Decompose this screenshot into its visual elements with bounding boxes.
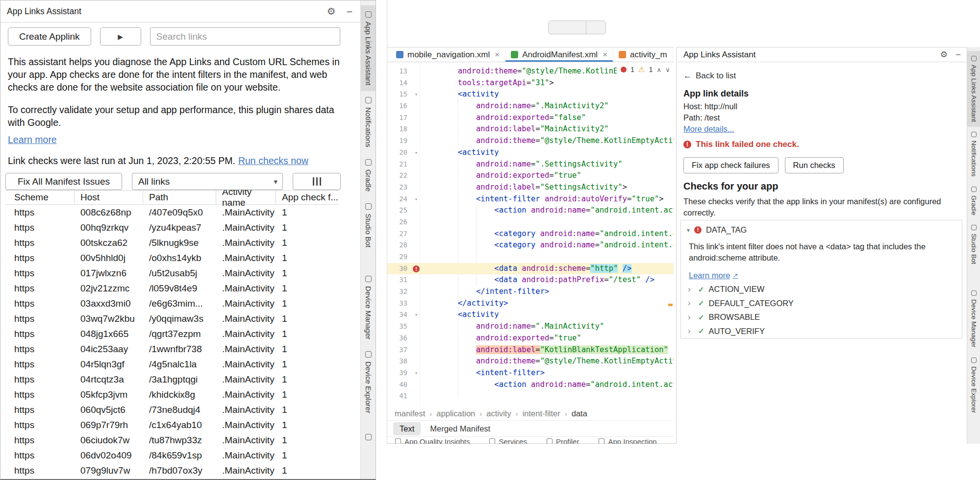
tool-strip-tab-notifications[interactable]: Notifications xyxy=(361,91,376,153)
column-header-host[interactable]: Host xyxy=(75,191,143,204)
table-row[interactable]: https06dv02o409/84k659v1sp.MainActivity1 xyxy=(5,448,339,463)
gear-icon[interactable]: ⚙ xyxy=(327,5,336,17)
fold-icon[interactable]: ▾ xyxy=(411,367,421,379)
code-line[interactable]: 31 <data android:pathPrefix="/test" /> xyxy=(387,274,674,286)
column-header-path[interactable]: Path xyxy=(143,191,216,204)
tool-strip-tab-device-manager[interactable]: Device Manager xyxy=(967,286,980,352)
tool-strip-tab-gradle[interactable]: Gradle xyxy=(967,182,980,220)
run-checks-now-link[interactable]: Run checks now xyxy=(238,155,308,166)
table-row[interactable]: https06ciudok7w/tu87hwp33z.MainActivity1 xyxy=(5,432,339,448)
learn-more-link[interactable]: Learn more xyxy=(8,134,57,145)
code-line[interactable]: 29 xyxy=(387,251,674,263)
code-line[interactable]: 41 xyxy=(387,390,674,402)
tool-strip-tab-notifications[interactable]: Notifications xyxy=(967,127,980,182)
code-line[interactable]: 40 <action android:name="android.intent.… xyxy=(387,379,674,391)
table-row[interactable]: https060qv5jct6/73ne8udqj4.MainActivity1 xyxy=(5,402,339,417)
code-line[interactable]: 23 android:label="SettingsActivity"> xyxy=(387,182,674,193)
breadcrumb-item[interactable]: intent-filter xyxy=(523,409,560,418)
code-line[interactable]: 27 <category android:name="android.inten… xyxy=(387,228,674,240)
back-to-list-link[interactable]: ← Back to list xyxy=(683,71,736,81)
column-settings-button[interactable] xyxy=(293,173,341,190)
tool-strip-tab-device-manager[interactable]: Device Manager xyxy=(361,270,376,345)
view-tab-text[interactable]: Text xyxy=(393,422,421,435)
editor-tab[interactable]: activity_m xyxy=(613,48,673,62)
table-row[interactable]: https03wq7w2kbu/y0qqimaw3s.MainActivity1 xyxy=(5,311,339,326)
fold-icon[interactable]: ▾ xyxy=(411,147,421,159)
fix-all-manifest-issues-button[interactable]: Fix All Manifest Issues xyxy=(5,173,122,190)
learn-more-link[interactable]: Learn more ↗ xyxy=(689,271,738,280)
code-line[interactable]: 35 android:name=".MainActivity" xyxy=(387,321,674,333)
code-line[interactable]: 34▾ <activity xyxy=(387,309,674,321)
fix-app-check-failures-button[interactable]: Fix app check failures xyxy=(683,157,779,173)
table-row[interactable]: https02jv21zzmc/l059v8t4e9.MainActivity1 xyxy=(5,281,339,296)
editor-tab[interactable]: mobile_navigation.xml× xyxy=(391,48,505,62)
tool-strip-tab-studio-bot[interactable]: Studio Bot xyxy=(361,197,376,253)
table-row[interactable]: https008c6z68np/407e09q5x0.MainActivity1 xyxy=(5,205,339,220)
code-line[interactable]: 33 </activity> xyxy=(387,298,674,310)
tool-strip-tab-studio-bot[interactable]: Studio Bot xyxy=(967,220,980,269)
fold-icon[interactable]: ▾ xyxy=(411,193,421,205)
run-checks-button[interactable]: Run checks xyxy=(785,157,844,173)
run-link-checks-button[interactable]: ▶ xyxy=(100,27,141,46)
next-issue-icon[interactable]: ∨ xyxy=(665,66,670,73)
table-row[interactable]: https03axxd3mi0/e6g63mim....MainActivity… xyxy=(5,296,339,311)
fold-icon[interactable]: ▾ xyxy=(411,309,421,321)
tool-strip-tab-app-links-assistant[interactable]: App Links Assistant xyxy=(967,51,980,127)
column-header-scheme[interactable]: Scheme xyxy=(5,191,75,204)
table-row[interactable]: https04ic253aay/1wwnfbr738.MainActivity1 xyxy=(5,341,339,357)
bottom-bar-item[interactable]: Services xyxy=(489,437,527,444)
table-row[interactable]: https069p7r79rh/c1x64yab10.MainActivity1 xyxy=(5,417,339,432)
breadcrumb-item[interactable]: activity xyxy=(486,409,511,418)
search-links-input[interactable] xyxy=(150,27,340,46)
table-row[interactable]: https00tskcza62/5lknugk9se.MainActivity1 xyxy=(5,235,339,250)
tool-strip-tab-device-explorer[interactable]: Device Explorer xyxy=(361,345,376,419)
fold-icon[interactable]: ▾ xyxy=(411,89,421,100)
minimize-icon[interactable]: − xyxy=(955,50,961,59)
code-line[interactable]: 28 <category android:name="android.inten… xyxy=(387,240,674,251)
table-row[interactable]: https04rtcqtz3a/3a1hgptqgi.MainActivity1 xyxy=(5,372,339,387)
code-line[interactable]: 14 tools:targetApi="31"> xyxy=(387,77,674,89)
table-row[interactable]: https048jg1x665/qgrt37ezpm.MainActivity1 xyxy=(5,326,339,341)
breadcrumb-item[interactable]: manifest xyxy=(395,409,425,418)
tool-strip-tab-app-links-assistant[interactable]: App Links Assistant xyxy=(361,5,376,91)
create-applink-button[interactable]: Create Applink xyxy=(8,27,91,46)
table-row[interactable]: https05kfcp3jvm/khidckix8g.MainActivity1 xyxy=(5,387,339,402)
code-line[interactable]: 16 android:name=".MainActivity2" xyxy=(387,100,674,112)
gear-icon[interactable]: ⚙ xyxy=(940,49,948,60)
tool-strip-tab-device-explorer[interactable]: Device Explorer xyxy=(967,353,980,418)
table-row[interactable]: https017jwlxzn6/u5t2usab5j.MainActivity1 xyxy=(5,265,339,281)
bottom-bar-item[interactable]: App Quality Insights xyxy=(395,437,470,444)
code-line[interactable]: 25 <action android:name="android.intent.… xyxy=(387,205,674,216)
code-line[interactable]: 26 xyxy=(387,216,674,228)
links-filter-dropdown[interactable]: All links ▾ xyxy=(132,173,283,190)
close-icon[interactable]: × xyxy=(495,50,500,60)
bottom-bar-item[interactable]: Profiler xyxy=(547,437,579,444)
code-line[interactable]: 36 android:exported="true" xyxy=(387,333,674,344)
code-line[interactable]: 21 android:name=".SettingsActivity" xyxy=(387,159,674,170)
tool-strip-tab-gradle[interactable]: Gradle xyxy=(361,153,376,197)
breadcrumb-item[interactable]: application xyxy=(436,409,475,418)
table-row[interactable]: https079g9luv7w/h7bd07ox3y.MainActivity1 xyxy=(5,463,339,478)
code-line[interactable]: 17 android:exported="false" xyxy=(387,112,674,124)
passed-check-row[interactable]: ›✓ACTION_VIEW xyxy=(688,284,794,294)
code-line[interactable]: 32 </intent-filter> xyxy=(387,286,674,298)
previous-issue-icon[interactable]: ∧ xyxy=(657,66,662,73)
close-icon[interactable]: × xyxy=(603,50,607,60)
code-line[interactable]: 19 android:theme="@style/Theme.KotlinEmp… xyxy=(387,135,674,147)
table-row[interactable]: https00hq9zrkqv/yzu4kpeas7.MainActivity1 xyxy=(5,220,339,235)
error-stripe-mark[interactable] xyxy=(668,304,673,306)
code-line[interactable]: 37 android:label="KotlinBlankTestApplica… xyxy=(387,344,674,356)
table-row[interactable]: https00v5hhld0j/o0xhs14ykb.MainActivity1 xyxy=(5,250,339,265)
column-header-activity-name[interactable]: Activity name xyxy=(216,191,276,204)
editor-tab[interactable]: AndroidManifest.xml× xyxy=(505,48,613,62)
data-tag-check-row[interactable]: ▾ ! DATA_TAG xyxy=(687,225,747,235)
more-details-link[interactable]: More details... xyxy=(683,124,734,134)
bottom-bar-item[interactable]: App Inspection xyxy=(599,437,656,444)
table-row[interactable]: https04r5lqn3gf/4g5nalc1la.MainActivity1 xyxy=(5,357,339,372)
passed-check-row[interactable]: ›✓AUTO_VERIFY xyxy=(688,326,794,336)
inspection-widget[interactable]: 1 ⚠ 1 ∧ ∨ xyxy=(617,64,674,75)
code-line[interactable]: 30! <data android:scheme="http" /> xyxy=(387,263,674,275)
passed-check-row[interactable]: ›✓BROWSABLE xyxy=(688,312,794,322)
breadcrumb-item[interactable]: data xyxy=(572,409,587,418)
minimize-icon[interactable]: − xyxy=(347,6,352,17)
